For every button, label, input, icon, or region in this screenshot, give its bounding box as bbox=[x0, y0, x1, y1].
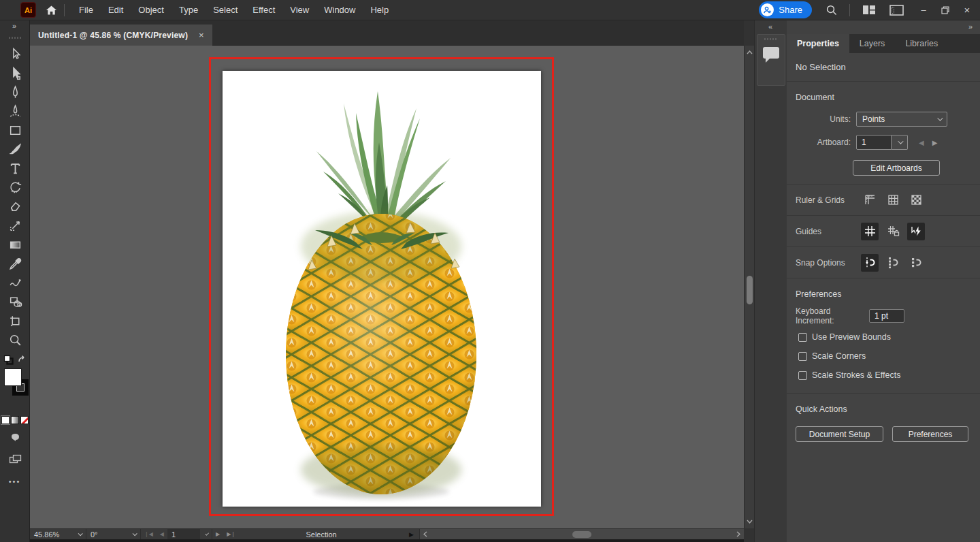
home-icon[interactable] bbox=[46, 5, 57, 16]
use-preview-bounds-checkbox[interactable] bbox=[798, 333, 807, 342]
artboard-tool[interactable] bbox=[0, 311, 30, 330]
tab-properties[interactable]: Properties bbox=[787, 34, 849, 53]
next-artboard-icon[interactable]: ▶ bbox=[932, 139, 938, 146]
lock-guides-icon[interactable] bbox=[884, 223, 902, 240]
paintbrush-tool[interactable] bbox=[0, 140, 30, 159]
status-menu-arrow-icon[interactable]: ▶ bbox=[404, 531, 419, 538]
direct-selection-tool[interactable] bbox=[0, 63, 30, 82]
canvas-area[interactable] bbox=[30, 46, 744, 528]
show-rulers-icon[interactable] bbox=[861, 191, 879, 209]
next-artboard-icon[interactable]: ▶ bbox=[212, 531, 223, 537]
units-dropdown[interactable]: Points bbox=[856, 112, 947, 127]
keyboard-increment-field[interactable]: 1 pt bbox=[869, 309, 904, 323]
snap-to-grid-icon[interactable] bbox=[884, 254, 902, 272]
status-display[interactable]: Selection bbox=[239, 530, 404, 539]
snap-to-pixel-icon[interactable] bbox=[907, 254, 925, 272]
menu-object[interactable]: Object bbox=[131, 5, 172, 15]
selection-tool[interactable] bbox=[0, 44, 30, 63]
menu-help[interactable]: Help bbox=[363, 5, 396, 15]
menu-type[interactable]: Type bbox=[172, 5, 206, 15]
rectangle-tool[interactable] bbox=[0, 121, 30, 140]
curvature-tool[interactable] bbox=[0, 101, 30, 121]
menu-file[interactable]: File bbox=[71, 5, 101, 15]
artboard-dropdown-button[interactable] bbox=[892, 135, 908, 150]
show-transparency-grid-icon[interactable] bbox=[907, 191, 925, 209]
previous-artboard-icon[interactable]: ◀ bbox=[157, 531, 167, 537]
vertical-scroll-thumb[interactable] bbox=[747, 276, 753, 304]
vertical-scrollbar[interactable] bbox=[744, 46, 754, 528]
preferences-button[interactable]: Preferences bbox=[892, 426, 968, 442]
menu-select[interactable]: Select bbox=[206, 5, 245, 15]
document-setup-button[interactable]: Document Setup bbox=[796, 426, 883, 442]
show-grid-icon[interactable] bbox=[884, 191, 902, 209]
menu-edit[interactable]: Edit bbox=[101, 5, 131, 15]
horizontal-scroll-thumb[interactable] bbox=[572, 531, 591, 538]
titlebar-separator bbox=[64, 4, 65, 16]
drawing-mode-button[interactable] bbox=[0, 428, 30, 446]
scale-tool[interactable] bbox=[0, 216, 30, 235]
eraser-tool[interactable] bbox=[0, 197, 30, 216]
scale-corners-checkbox[interactable] bbox=[798, 352, 807, 361]
properties-panel-group: » Properties Layers Libraries No Selecti… bbox=[787, 20, 980, 542]
pen-tool[interactable] bbox=[0, 82, 30, 101]
fill-color-swatch[interactable] bbox=[4, 368, 22, 386]
horizontal-scrollbar[interactable] bbox=[419, 529, 744, 540]
first-artboard-icon[interactable]: ❘◀ bbox=[141, 531, 157, 537]
previous-artboard-icon[interactable]: ◀ bbox=[919, 139, 924, 146]
zoom-tool[interactable] bbox=[0, 330, 30, 349]
tab-layers[interactable]: Layers bbox=[849, 34, 896, 53]
shaper-tool[interactable] bbox=[0, 273, 30, 292]
scroll-down-icon[interactable] bbox=[745, 516, 755, 527]
edit-toolbar-button[interactable]: ••• bbox=[0, 477, 29, 485]
comments-panel-button[interactable] bbox=[757, 34, 785, 86]
artboard[interactable] bbox=[223, 71, 541, 507]
tab-libraries[interactable]: Libraries bbox=[895, 34, 948, 53]
scroll-up-icon[interactable] bbox=[745, 47, 755, 58]
default-fill-stroke-icon[interactable] bbox=[3, 355, 14, 367]
toolbar-grip[interactable] bbox=[9, 37, 21, 39]
swap-fill-stroke-icon[interactable] bbox=[18, 355, 27, 366]
color-button[interactable] bbox=[1, 416, 10, 424]
share-button[interactable]: Share bbox=[759, 1, 812, 18]
type-tool[interactable] bbox=[0, 159, 30, 178]
artboard-navigation-field[interactable]: 1 bbox=[167, 529, 200, 540]
menu-window[interactable]: Window bbox=[316, 5, 363, 15]
search-icon[interactable] bbox=[826, 4, 837, 16]
scroll-left-icon[interactable] bbox=[420, 529, 431, 540]
eyedropper-tool[interactable] bbox=[0, 254, 30, 273]
none-button[interactable] bbox=[20, 416, 29, 424]
panel-expand-icon[interactable]: » bbox=[787, 20, 980, 34]
selection-status-label: No Selection bbox=[787, 53, 980, 82]
menu-view[interactable]: View bbox=[282, 5, 316, 15]
scale-strokes-effects-label: Scale Strokes & Effects bbox=[812, 370, 900, 380]
screen-mode-button[interactable] bbox=[0, 450, 30, 468]
menu-effect[interactable]: Effect bbox=[245, 5, 282, 15]
rotation-dropdown[interactable]: 0° bbox=[86, 529, 141, 540]
gradient-tool[interactable] bbox=[0, 235, 30, 254]
toolbar-expand-icon[interactable]: » bbox=[0, 20, 29, 34]
smart-guides-icon[interactable] bbox=[907, 223, 925, 240]
show-guides-icon[interactable] bbox=[861, 223, 879, 240]
dock-collapse-icon[interactable]: « bbox=[755, 20, 787, 31]
zoom-level-dropdown[interactable]: 45.86% bbox=[30, 529, 86, 540]
scroll-right-icon[interactable] bbox=[733, 529, 744, 540]
chevron-down-icon bbox=[205, 532, 209, 536]
edit-artboards-button[interactable]: Edit Artboards bbox=[853, 160, 940, 176]
workspace-switcher-icon[interactable] bbox=[889, 5, 904, 16]
close-button[interactable]: × bbox=[957, 4, 977, 16]
illustrator-app-icon[interactable]: Ai bbox=[20, 2, 36, 18]
restore-button[interactable] bbox=[935, 6, 956, 14]
artboard-number-field[interactable]: 1 bbox=[856, 135, 892, 150]
status-bar: 45.86% 0° ❘◀ ◀ 1 ▶ ▶❘ Selection ▶ bbox=[30, 528, 744, 539]
document-tab[interactable]: Untitled-1 @ 45.86 % (CMYK/Preview) × bbox=[30, 25, 212, 46]
arrange-documents-icon[interactable] bbox=[862, 5, 876, 15]
last-artboard-icon[interactable]: ▶❘ bbox=[223, 531, 239, 537]
scale-strokes-effects-checkbox[interactable] bbox=[798, 371, 807, 380]
gradient-button[interactable] bbox=[11, 416, 19, 424]
minimize-button[interactable]: – bbox=[913, 5, 934, 15]
artboard-navigation-dropdown[interactable] bbox=[200, 529, 212, 540]
shape-builder-tool[interactable] bbox=[0, 292, 30, 311]
rotate-tool[interactable] bbox=[0, 178, 30, 197]
document-tab-close-icon[interactable]: × bbox=[199, 30, 204, 40]
snap-to-point-icon[interactable] bbox=[861, 254, 879, 272]
